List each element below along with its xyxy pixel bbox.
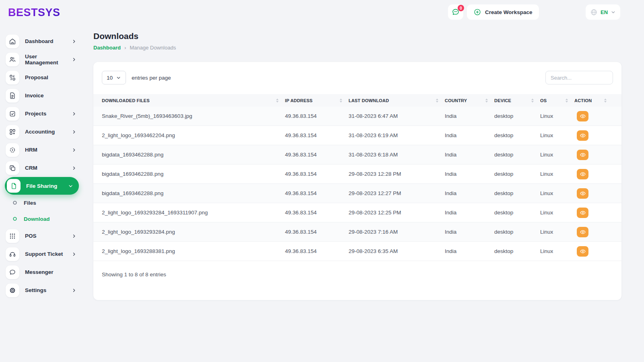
sidebar-item-support-ticket[interactable]: Support Ticket xyxy=(0,245,85,263)
view-action-button[interactable] xyxy=(577,227,588,237)
cell-last-download: 31-08-2023 6:47 AM xyxy=(349,113,445,119)
sidebar-item-invoice[interactable]: Invoice xyxy=(0,86,85,105)
column-label: LAST DOWNLOAD xyxy=(349,98,389,103)
cell-file: bigdata_1693462288.png xyxy=(102,190,285,196)
chevron-down-icon xyxy=(116,75,121,80)
home-icon xyxy=(6,35,19,48)
cell-last-download: 29-08-2023 12:27 PM xyxy=(349,190,445,196)
cell-action xyxy=(574,208,613,218)
column-label: COUNTRY xyxy=(445,98,467,103)
language-selector[interactable]: EN xyxy=(586,4,620,20)
sidebar-item-dashboard[interactable]: Dashboard xyxy=(0,32,85,50)
sidebar-item-file-sharing[interactable]: File Sharing xyxy=(5,177,79,195)
cell-file: bigdata_1693462288.png xyxy=(102,171,285,177)
table-row: 2_light_logo_1693462204.png49.36.83.1543… xyxy=(93,126,621,145)
sidebar-subitem-files[interactable]: Files xyxy=(0,195,85,211)
cell-country: India xyxy=(445,248,494,254)
table-row: bigdata_1693462288.png49.36.83.15431-08-… xyxy=(93,145,621,165)
sidebar-item-proposal[interactable]: Proposal xyxy=(0,68,85,86)
sort-icon[interactable] xyxy=(604,99,607,103)
column-label: DEVICE xyxy=(494,98,511,103)
sidebar-item-label: HRM xyxy=(25,147,72,153)
column-header-country[interactable]: COUNTRY xyxy=(445,98,494,103)
view-action-button[interactable] xyxy=(577,150,588,160)
sidebar-item-messenger[interactable]: Messenger xyxy=(0,263,85,281)
view-action-button[interactable] xyxy=(577,246,588,257)
cell-action xyxy=(574,111,613,121)
sidebar-subitem-download[interactable]: Download xyxy=(0,211,85,227)
cell-last-download: 29-08-2023 12:25 PM xyxy=(349,210,445,216)
sort-icon[interactable] xyxy=(566,99,568,103)
chat-button[interactable]: 0 xyxy=(448,4,463,20)
column-header-downloaded-files[interactable]: DOWNLOADED FILES xyxy=(102,98,285,103)
sidebar-item-label: User Management xyxy=(25,53,72,66)
sidebar-subitem-label: Files xyxy=(24,200,85,206)
view-action-button[interactable] xyxy=(577,169,588,179)
sidebar-item-accounting[interactable]: Accounting xyxy=(0,123,85,141)
cell-device: desktop xyxy=(494,152,540,158)
column-header-ip-address[interactable]: IP ADDRESS xyxy=(285,98,349,103)
cell-action xyxy=(574,169,613,179)
cell-country: India xyxy=(445,229,494,235)
view-action-button[interactable] xyxy=(577,208,588,218)
cell-os: Linux xyxy=(540,171,574,177)
sidebar-item-projects[interactable]: Projects xyxy=(0,105,85,123)
cell-os: Linux xyxy=(540,190,574,196)
breadcrumb: Dashboard › Manage Downloads xyxy=(93,45,621,51)
sort-icon[interactable] xyxy=(340,99,342,103)
sidebar-item-settings[interactable]: Settings xyxy=(0,281,85,299)
table-row: bigdata_1693462288.png49.36.83.15429-08-… xyxy=(93,165,621,184)
table-row: 2_light_logo_1693288381.png49.36.83.1542… xyxy=(93,242,621,261)
cell-os: Linux xyxy=(540,113,574,119)
view-action-button[interactable] xyxy=(577,130,588,141)
cell-country: India xyxy=(445,210,494,216)
breadcrumb-dashboard-link[interactable]: Dashboard xyxy=(93,45,121,51)
sort-icon[interactable] xyxy=(436,99,438,103)
chevron-right-icon xyxy=(72,288,76,293)
sidebar: BESTSYS DashboardUser ManagementProposal… xyxy=(0,0,85,362)
view-action-button[interactable] xyxy=(577,188,588,199)
projects-icon xyxy=(6,107,19,121)
column-header-action[interactable]: ACTION xyxy=(574,98,613,103)
pos-icon xyxy=(6,229,19,243)
sidebar-item-user-management[interactable]: User Management xyxy=(0,50,85,68)
chevron-right-icon xyxy=(72,111,76,116)
cell-file: bigdata_1693462288.png xyxy=(102,152,285,158)
sidebar-item-label: POS xyxy=(25,233,72,239)
sidebar-item-hrm[interactable]: HRM xyxy=(0,141,85,159)
cell-country: India xyxy=(445,190,494,196)
view-action-button[interactable] xyxy=(577,111,588,121)
entries-per-page: 10 entries per page xyxy=(102,71,171,84)
eye-icon xyxy=(580,171,586,177)
table-footer: Showing 1 to 8 of 8 entries xyxy=(102,261,613,278)
cell-country: India xyxy=(445,132,494,138)
table-header-row: DOWNLOADED FILESIP ADDRESSLAST DOWNLOADC… xyxy=(93,94,621,107)
cell-os: Linux xyxy=(540,152,574,158)
downloads-table: DOWNLOADED FILESIP ADDRESSLAST DOWNLOADC… xyxy=(93,94,621,261)
chevron-down-icon xyxy=(611,10,616,15)
create-workspace-button[interactable]: Create Workspace xyxy=(467,4,539,20)
main-content: Downloads Dashboard › Manage Downloads 1… xyxy=(93,31,621,300)
search-input[interactable] xyxy=(545,71,613,84)
sort-icon[interactable] xyxy=(485,99,488,103)
sidebar-item-pos[interactable]: POS xyxy=(0,227,85,245)
table-row: bigdata_1693462288.png49.36.83.15429-08-… xyxy=(93,184,621,203)
accounting-icon xyxy=(6,125,19,139)
column-header-last-download[interactable]: LAST DOWNLOAD xyxy=(349,98,445,103)
breadcrumb-separator-icon: › xyxy=(124,45,126,51)
sort-icon[interactable] xyxy=(276,99,279,103)
table-controls: 10 entries per page xyxy=(102,71,613,84)
sort-icon[interactable] xyxy=(531,99,534,103)
column-header-device[interactable]: DEVICE xyxy=(494,98,540,103)
table-row: Snake_River_(5mb)_1693463603.jpg49.36.83… xyxy=(93,107,621,126)
column-header-os[interactable]: OS xyxy=(540,98,574,103)
sidebar-item-label: Invoice xyxy=(25,93,76,99)
cell-ip: 49.36.83.154 xyxy=(285,171,349,177)
entries-per-page-label: entries per page xyxy=(132,75,171,81)
cell-device: desktop xyxy=(494,248,540,254)
proposal-icon xyxy=(6,71,19,84)
sidebar-item-crm[interactable]: CRM xyxy=(0,159,85,177)
entries-per-page-select[interactable]: 10 xyxy=(102,71,126,84)
sidebar-item-label: Messenger xyxy=(25,269,76,275)
chevron-right-icon xyxy=(72,57,76,62)
